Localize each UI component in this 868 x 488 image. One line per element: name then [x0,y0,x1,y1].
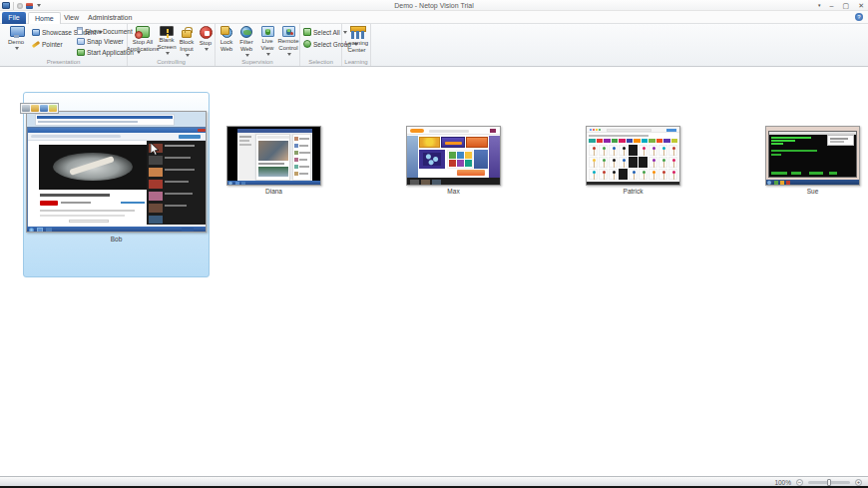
max-screen-thumbnail[interactable] [406,126,501,186]
show-document-icon [77,27,83,35]
decor [489,136,500,178]
decor [294,137,298,141]
decor [149,216,163,224]
diana-screen-thumbnail[interactable] [226,126,321,186]
close-button[interactable]: ✕ [858,0,864,11]
chevron-down-icon [266,53,270,56]
zoom-in-button[interactable]: + [855,479,862,486]
decor [69,220,109,223]
student-name: Sue [765,188,860,195]
tab-administration[interactable]: Administration [82,12,138,24]
pointer-button[interactable]: Pointer [32,41,63,48]
thumbnail-cell [629,157,638,168]
quick-lock-icon[interactable] [31,105,39,112]
thumbnail-cell [599,145,608,156]
thumbnail-cell [609,169,618,180]
decor [624,150,626,156]
tab-file[interactable]: File [2,12,26,24]
thumbnail-cell [639,157,648,168]
lock-web-button[interactable]: Lock Web [217,26,236,53]
decor [165,193,193,195]
student-quick-toolbar[interactable] [20,103,59,114]
taskbar [27,227,207,233]
minimize-button[interactable]: – [830,0,834,11]
decor [780,181,784,185]
stop-all-applications-button[interactable]: Stop All Applications [129,26,157,53]
remote-control-button[interactable]: Remote Control [277,26,299,56]
decor [457,152,464,159]
decor [149,204,163,213]
patrick-screen-thumbnail[interactable] [586,126,680,186]
decor [642,139,649,143]
decor [594,162,596,168]
zoom-out-button[interactable]: − [796,479,803,486]
decor [771,154,781,156]
learning-center-button[interactable]: Learning Center [343,26,370,54]
thumbnail-cell [649,145,657,156]
decor [299,166,309,168]
bob-screen-thumbnail[interactable] [26,111,207,233]
close-icon [198,129,206,132]
thumbnail-cell [609,157,618,168]
decor [599,129,601,131]
decor [634,174,636,180]
quick-chat-icon[interactable] [49,105,57,112]
decor [673,174,675,180]
block-input-button[interactable]: Block Input [177,26,197,57]
blank-screen-button[interactable]: Blank Screen [157,26,177,55]
decor [589,139,596,143]
decor [457,160,464,167]
decor [612,139,619,143]
decor [590,129,592,131]
snap-viewer-button[interactable]: Snap Viewer [77,38,124,45]
group-label: Controlling [128,59,215,65]
decor [432,180,441,185]
decor [449,160,456,167]
stop-all-applications-icon [136,26,150,38]
tab-home[interactable]: Home [28,12,61,24]
decor [257,136,289,139]
maximize-button[interactable]: ▢ [843,0,850,11]
stop-button[interactable]: Stop [197,26,215,51]
select-all-button[interactable]: Select All [303,28,347,36]
live-view-icon [261,26,274,37]
group-learning: Learning Center Learning [342,24,371,66]
quick-monitor-icon[interactable] [22,105,30,112]
decor [604,150,606,156]
decor [410,129,424,133]
lock-web-icon [220,26,232,38]
show-document-button[interactable]: Show Document [77,27,133,35]
decor [299,159,307,161]
zoom-slider-thumb[interactable] [827,479,831,486]
decor [235,182,239,185]
decor [40,194,110,197]
decor [465,160,472,167]
help-icon[interactable]: ? [855,13,863,21]
decor [589,135,649,137]
decor [294,158,298,162]
decor [37,116,173,119]
start-application-icon [77,49,85,56]
decor [663,150,665,156]
decor [614,174,616,180]
live-view-button[interactable]: Live View [257,26,277,56]
quick-liveview-icon[interactable] [40,105,48,112]
group-presentation: Demo Showcase Student Pointer Show Docum… [0,24,128,66]
demo-button[interactable]: Demo [3,26,29,50]
ribbon-pin-button[interactable]: ▾ [818,0,821,11]
sue-screen-thumbnail[interactable] [765,126,860,186]
chevron-down-icon [245,54,249,57]
zoom-slider[interactable] [808,481,850,484]
tab-view[interactable]: View [58,12,85,24]
group-label: Supervision [216,59,299,65]
filter-web-button[interactable]: Filter Web [236,26,256,57]
taskbar [227,181,320,186]
thumbnail-cell [589,157,598,168]
decor [466,137,488,148]
select-all-icon [303,28,311,36]
student-tile-bob[interactable]: Bob [23,92,210,277]
window-title: Demo - Netop Vision Trial [0,2,868,9]
decor [149,180,163,189]
decor [649,139,655,143]
learning-center-icon [349,26,365,39]
